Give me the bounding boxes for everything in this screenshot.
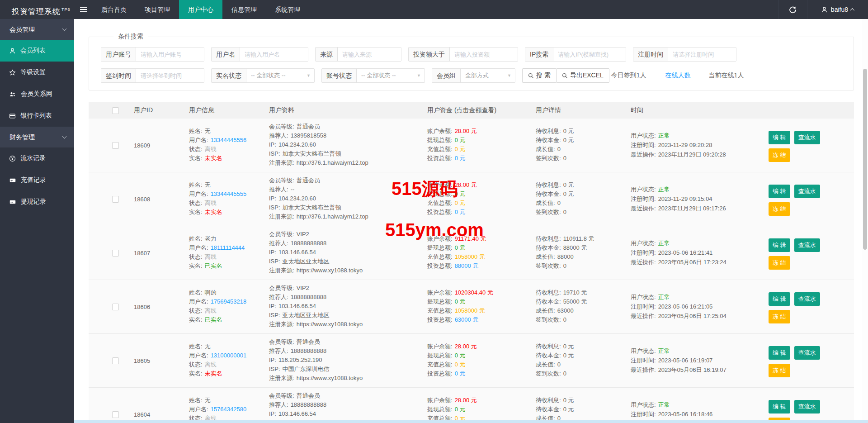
recharge-total[interactable]: 1058000 元	[455, 253, 485, 260]
edit-button[interactable]: 编 辑	[769, 346, 790, 360]
pending-interest: 0 元	[563, 343, 574, 350]
withdraw-total[interactable]: 0 元	[455, 137, 466, 143]
sidebar-item-member-network[interactable]: 会员关系网	[0, 83, 74, 105]
scrollbar-thumb[interactable]	[863, 69, 867, 250]
withdraw-total[interactable]: 0 元	[455, 298, 466, 305]
balance-amount[interactable]: 28.00 元	[455, 128, 477, 134]
cell-user-funds: 账户余额:28.00 元 提现总额:0 元 充值总额:0 元 投资总额:0 元	[427, 334, 536, 387]
cell-user-profile: 会员等级:普通会员 推荐人:18888888888 IP:103.146.66.…	[269, 388, 427, 423]
row-checkbox[interactable]	[112, 250, 119, 257]
username-link[interactable]: 13344445556	[211, 137, 247, 143]
app-title-version: TP6	[61, 7, 71, 12]
cell-user-id: 18606	[134, 280, 189, 333]
freeze-button[interactable]: 冻 结	[769, 148, 790, 162]
sidebar-item-withdraw-records[interactable]: 提现记录	[0, 191, 74, 213]
user-menu[interactable]: baifu8	[807, 0, 868, 19]
freeze-button[interactable]: 冻 结	[769, 256, 790, 270]
username-link[interactable]: 17569453218	[211, 298, 247, 305]
freeze-button[interactable]: 冻 结	[769, 202, 790, 216]
tab-information[interactable]: 信息管理	[225, 0, 263, 19]
sidebar-item-recharge-records[interactable]: 充值记录	[0, 169, 74, 191]
realname-status-select[interactable]: -- 全部状态 -- ▼	[246, 69, 314, 82]
pending-principal: 0 元	[563, 352, 574, 359]
ip-search-input[interactable]	[553, 48, 626, 61]
signin-time-input[interactable]	[136, 69, 204, 82]
withdraw-total[interactable]: 0 元	[455, 352, 466, 359]
cell-time: 用户状态:正常 注册时间:2023-11-29 09:15:04 最近操作:20…	[631, 172, 769, 226]
username-link[interactable]: 13100000001	[211, 352, 247, 359]
username-link[interactable]: 18111114444	[211, 244, 245, 251]
view-flow-button[interactable]: 查流水	[794, 131, 820, 144]
tab-user-center[interactable]: 用户中心	[179, 0, 222, 19]
invest-total[interactable]: 88000 元	[455, 262, 479, 269]
row-checkbox[interactable]	[112, 142, 119, 149]
row-checkbox[interactable]	[112, 304, 119, 310]
recharge-total[interactable]: 0 元	[455, 146, 466, 152]
account-status-select[interactable]: -- 全部状态 -- ▼	[357, 69, 425, 82]
edit-button[interactable]: 编 辑	[769, 292, 790, 306]
refresh-icon[interactable]	[778, 0, 807, 19]
recharge-total[interactable]: 0 元	[455, 361, 466, 368]
header-user-id: 用户ID	[134, 106, 189, 114]
row-checkbox[interactable]	[112, 411, 119, 418]
select-all-checkbox[interactable]	[112, 107, 119, 114]
chevron-up-icon	[850, 8, 854, 12]
view-flow-button[interactable]: 查流水	[794, 346, 820, 360]
edit-button[interactable]: 编 辑	[769, 185, 790, 198]
cell-actions: 编 辑查流水 冻 结	[769, 334, 854, 387]
row-checkbox[interactable]	[112, 196, 119, 203]
sidebar-item-bank-cards[interactable]: 银行卡列表	[0, 105, 74, 127]
user-account-input[interactable]	[136, 48, 204, 61]
edit-button[interactable]: 编 辑	[769, 131, 790, 144]
register-time-input[interactable]	[668, 48, 736, 61]
sidebar-group-members[interactable]: 会员管理	[0, 19, 74, 40]
balance-amount[interactable]: 28.00 元	[455, 343, 477, 350]
register-time: 2023-11-29 09:20:28	[658, 142, 712, 148]
menu-toggle-icon[interactable]	[74, 0, 92, 19]
sidebar-item-transaction-log[interactable]: 流水记录	[0, 147, 74, 169]
user-status: 正常	[658, 294, 670, 300]
invest-total[interactable]: 63000 元	[455, 316, 479, 323]
ip-address: 103.146.66.54	[278, 303, 316, 309]
vertical-scrollbar	[862, 19, 868, 423]
invest-total[interactable]: 0 元	[455, 209, 466, 215]
export-excel-button[interactable]: 导出EXCEL	[556, 68, 609, 83]
username-link[interactable]: 15764342580	[211, 406, 247, 413]
search-button[interactable]: 搜 索	[522, 68, 557, 83]
view-flow-button[interactable]: 查流水	[794, 238, 820, 252]
freeze-button[interactable]: 冻 结	[769, 310, 790, 323]
balance-amount[interactable]: 1020304.40 元	[455, 289, 493, 296]
tab-dashboard[interactable]: 后台首页	[95, 0, 133, 19]
member-group-select[interactable]: 全部方式 ▼	[461, 69, 515, 82]
invest-total[interactable]: 0 元	[455, 370, 466, 377]
username-link[interactable]: 13344445555	[211, 190, 247, 197]
view-flow-button[interactable]: 查流水	[794, 292, 820, 306]
view-flow-button[interactable]: 查流水	[794, 185, 820, 198]
online-count-link[interactable]: 在线人数	[665, 71, 691, 80]
balance-amount[interactable]: 28.00 元	[455, 397, 477, 404]
filter-row-2: 签到时间 实名状态 -- 全部状态 -- ▼ 账号状态 -- 全部状态 -- ▼…	[101, 68, 854, 83]
sidebar-group-finance[interactable]: 财务管理	[0, 127, 74, 147]
edit-button[interactable]: 编 辑	[769, 400, 790, 413]
source-input[interactable]	[338, 48, 401, 61]
view-flow-button[interactable]: 查流水	[794, 400, 820, 413]
online-status: 离线	[205, 146, 217, 152]
recharge-total[interactable]: 1058000 元	[455, 307, 485, 314]
username-input[interactable]	[240, 48, 308, 61]
withdraw-total[interactable]: 0 元	[455, 406, 466, 413]
invest-amount-input[interactable]	[450, 48, 518, 61]
cell-user-info: 姓名:无 用户名:13344445556 状态:离线 实名:未实名	[189, 119, 269, 172]
edit-button[interactable]: 编 辑	[769, 238, 790, 252]
tab-projects[interactable]: 项目管理	[138, 0, 176, 19]
pending-principal: 0 元	[563, 406, 574, 413]
cell-user-details: 待收利息:0 元 待收本金:0 元 成长值:0 签到次数:0	[536, 388, 631, 423]
horizontal-scrollbar[interactable]	[74, 420, 868, 423]
tab-system[interactable]: 系统管理	[269, 0, 307, 19]
row-checkbox[interactable]	[112, 357, 119, 364]
withdraw-total[interactable]: 0 元	[455, 244, 466, 251]
invest-total[interactable]: 0 元	[455, 155, 466, 162]
balance-amount[interactable]: 28.00 元	[455, 181, 477, 188]
sidebar-item-member-list[interactable]: 会员列表	[0, 40, 74, 62]
freeze-button[interactable]: 冻 结	[769, 364, 790, 377]
sidebar-item-level-settings[interactable]: 等级设置	[0, 62, 74, 83]
